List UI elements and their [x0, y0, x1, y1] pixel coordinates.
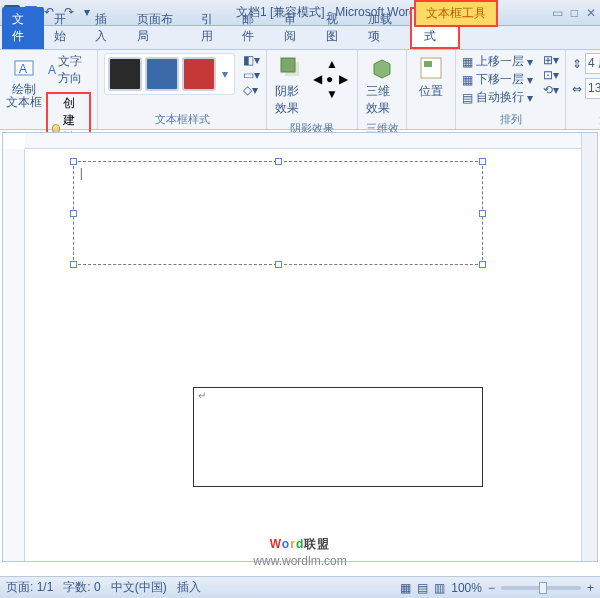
svg-rect-6: [281, 58, 295, 72]
text-wrap-button[interactable]: ▤ 自动换行 ▾: [462, 89, 533, 106]
selected-textbox[interactable]: |: [73, 161, 483, 265]
group-arrange-label: 排列: [462, 110, 559, 127]
text-direction-label: 文字方向: [58, 53, 91, 87]
shadow-effects-button[interactable]: 阴影效果: [273, 53, 309, 119]
group-arrange: ▦ 上移一层 ▾ ▦ 下移一层 ▾ ▤ 自动换行 ▾ ⊞▾ ⊡▾ ⟲▾ 排列: [456, 50, 566, 129]
status-word-count[interactable]: 字数: 0: [63, 579, 100, 596]
close-button[interactable]: ✕: [586, 6, 596, 20]
zoom-level[interactable]: 100%: [451, 581, 482, 595]
group-3d: 三维效果 三维效果: [358, 50, 407, 129]
width-icon: ⇔: [572, 82, 582, 96]
tab-home[interactable]: 开始: [44, 7, 86, 49]
svg-marker-7: [374, 60, 390, 78]
watermark: Word联盟 www.wordlm.com: [253, 528, 346, 568]
height-icon: ⇕: [572, 57, 582, 71]
style-swatch-1[interactable]: [108, 57, 142, 91]
status-bar: 页面: 1/1 字数: 0 中文(中国) 插入 ▦ ▤ ▥ 100% − +: [0, 576, 600, 598]
tab-file[interactable]: 文件: [2, 7, 44, 49]
tab-mailings[interactable]: 邮件: [232, 7, 274, 49]
tab-insert[interactable]: 插入: [85, 7, 127, 49]
view-web-icon[interactable]: ▥: [434, 581, 445, 595]
maximize-button[interactable]: □: [571, 6, 578, 20]
tab-references[interactable]: 引用: [191, 7, 233, 49]
zoom-out-button[interactable]: −: [488, 581, 495, 595]
svg-text:A: A: [19, 62, 27, 76]
style-gallery[interactable]: ▾: [104, 53, 235, 95]
group-textbox-styles: ▾ ◧▾ ▭▾ ◇▾ 文本框样式: [98, 50, 267, 129]
status-insert-mode[interactable]: 插入: [177, 579, 201, 596]
tab-view[interactable]: 视图: [316, 7, 358, 49]
vertical-scrollbar[interactable]: [581, 133, 597, 561]
draw-textbox-label: 绘制 文本框: [6, 83, 42, 109]
shadow-label: 阴影效果: [275, 83, 307, 117]
group-position: 位置: [407, 50, 456, 129]
group-shadow: 阴影效果 ▲◀●▶▼ 阴影效果: [267, 50, 358, 129]
tab-page-layout[interactable]: 页面布局: [127, 7, 190, 49]
width-input[interactable]: 13.22 厘米: [585, 78, 600, 99]
bring-forward-button[interactable]: ▦ 上移一层 ▾: [462, 53, 533, 70]
contextual-tab-textbox-tools[interactable]: 文本框工具: [414, 0, 498, 27]
change-shape-icon[interactable]: ◇▾: [243, 83, 260, 97]
threed-label: 三维效果: [366, 83, 398, 117]
group-size-label: 大小: [572, 110, 600, 127]
text-direction-button[interactable]: A 文字方向: [46, 53, 91, 87]
send-backward-button[interactable]: ▦ 下移一层 ▾: [462, 71, 533, 88]
text-cursor: |: [80, 166, 82, 181]
style-swatch-2[interactable]: [145, 57, 179, 91]
height-input[interactable]: 4 厘米: [585, 53, 600, 74]
style-swatch-3[interactable]: [182, 57, 216, 91]
minimize-button[interactable]: ▭: [552, 6, 563, 20]
ribbon: A 绘制 文本框 A 文字方向 创建链接 文本 ▾: [0, 50, 600, 130]
window-controls: ▭ □ ✕: [552, 6, 596, 20]
unselected-textbox[interactable]: ↵: [193, 387, 483, 487]
zoom-controls: ▦ ▤ ▥ 100% − +: [400, 581, 594, 595]
position-label: 位置: [419, 83, 443, 100]
draw-textbox-button[interactable]: A 绘制 文本框: [6, 53, 42, 111]
position-button[interactable]: 位置: [413, 53, 449, 102]
group-text: A 绘制 文本框 A 文字方向 创建链接 文本: [0, 50, 98, 129]
view-print-layout-icon[interactable]: ▦: [400, 581, 411, 595]
group-icon[interactable]: ⊡▾: [543, 68, 559, 82]
shape-outline-icon[interactable]: ▭▾: [243, 68, 260, 82]
svg-rect-9: [424, 61, 432, 67]
watermark-url: www.wordlm.com: [253, 554, 346, 568]
view-reading-icon[interactable]: ▤: [417, 581, 428, 595]
document-area: | ↵: [2, 132, 598, 562]
zoom-slider-thumb[interactable]: [539, 582, 547, 594]
gallery-more-icon[interactable]: ▾: [219, 67, 231, 81]
shape-fill-icon[interactable]: ◧▾: [243, 53, 260, 67]
tab-addins[interactable]: 加载项: [358, 7, 411, 49]
zoom-slider[interactable]: [501, 586, 581, 590]
group-styles-label: 文本框样式: [104, 110, 260, 127]
ribbon-tabs: 文件 开始 插入 页面布局 引用 邮件 审阅 视图 加载项 格式: [0, 26, 600, 50]
vertical-ruler[interactable]: [3, 149, 25, 561]
threed-effects-button[interactable]: 三维效果: [364, 53, 400, 119]
align-icon[interactable]: ⊞▾: [543, 53, 559, 67]
status-page[interactable]: 页面: 1/1: [6, 579, 53, 596]
tab-review[interactable]: 审阅: [274, 7, 316, 49]
svg-text:A: A: [48, 63, 56, 77]
shadow-nudge-grid[interactable]: ▲◀●▶▼: [313, 57, 351, 101]
group-size: ⇕4 厘米 ⇔13.22 厘米 大小: [566, 50, 600, 129]
zoom-in-button[interactable]: +: [587, 581, 594, 595]
status-language[interactable]: 中文(中国): [111, 579, 167, 596]
document-page[interactable]: | ↵: [43, 157, 577, 553]
paragraph-mark-icon: ↵: [198, 390, 206, 401]
rotate-icon[interactable]: ⟲▾: [543, 83, 559, 97]
horizontal-ruler[interactable]: [25, 133, 597, 149]
